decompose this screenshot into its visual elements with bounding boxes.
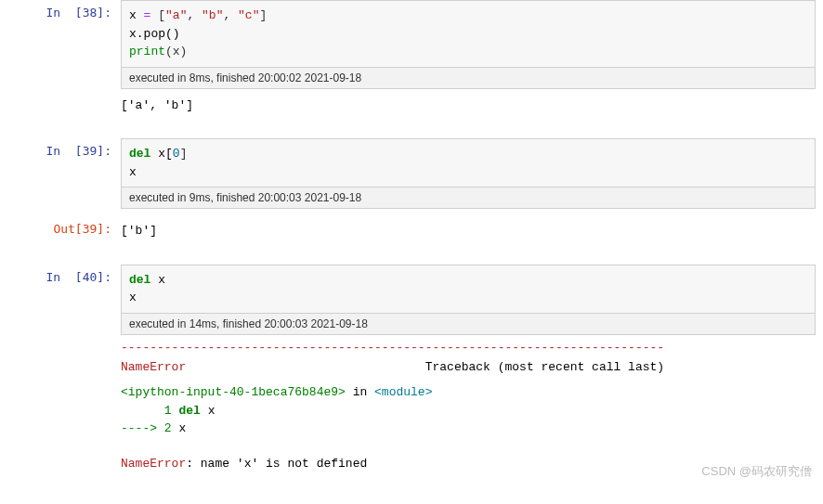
- cell-39-output: Out[39]: ['b']: [0, 216, 823, 248]
- in-prompt-38: In [38]:: [0, 0, 121, 25]
- cell-40-input: In [40]: del x x executed in 14ms, finis…: [0, 265, 823, 486]
- cell-39-content: del x[0] x executed in 9ms, finished 20:…: [121, 138, 823, 209]
- cell-38-input: In [38]: x = ["a", "b", "c"] x.pop() pri…: [0, 0, 823, 122]
- exec-time-39: executed in 9ms, finished 20:00:03 2021-…: [121, 187, 816, 209]
- output-38: ['a', 'b']: [121, 89, 816, 123]
- cell-38-content: x = ["a", "b", "c"] x.pop() print(x) exe…: [121, 0, 823, 122]
- error-header: NameError Traceback (most recent call la…: [121, 355, 816, 384]
- code-input-40[interactable]: del x x: [121, 265, 816, 314]
- exec-time-38: executed in 8ms, finished 20:00:02 2021-…: [121, 68, 816, 89]
- output-39: ['b']: [121, 216, 823, 248]
- cell-39-input: In [39]: del x[0] x executed in 9ms, fin…: [0, 138, 823, 209]
- in-prompt-40: In [40]:: [0, 265, 121, 290]
- in-prompt-39: In [39]:: [0, 138, 121, 163]
- code-input-38[interactable]: x = ["a", "b", "c"] x.pop() print(x): [121, 0, 816, 68]
- error-frame: <ipython-input-40-1beca76b84e9> in <modu…: [121, 383, 816, 446]
- cell-40-content: del x x executed in 14ms, finished 20:00…: [121, 265, 823, 486]
- exec-time-40: executed in 14ms, finished 20:00:03 2021…: [121, 314, 816, 335]
- out-prompt-39: Out[39]:: [0, 216, 121, 241]
- error-divider: ----------------------------------------…: [121, 335, 816, 355]
- error-message: NameError: name 'x' is not defined: [121, 446, 816, 486]
- code-input-39[interactable]: del x[0] x: [121, 138, 816, 187]
